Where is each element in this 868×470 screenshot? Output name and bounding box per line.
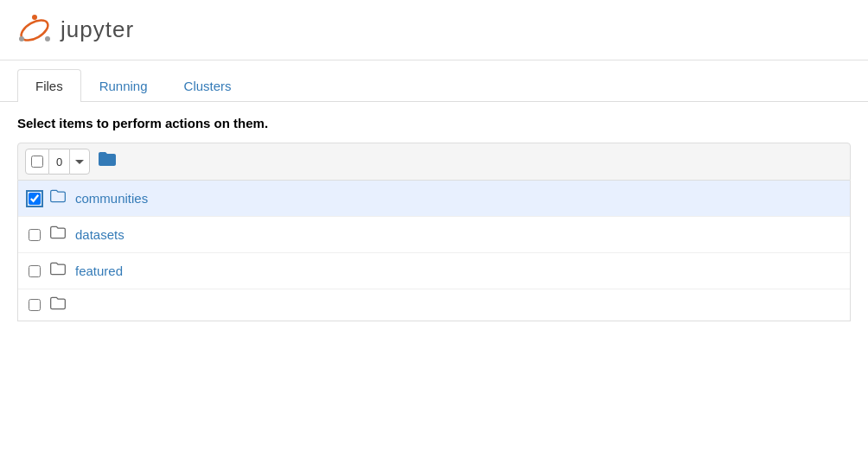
table-row: datasets [18,217,850,253]
selected-count-badge: 0 [49,149,69,175]
select-all-checkbox[interactable] [31,156,43,168]
table-row: communities [18,181,850,217]
table-row [18,289,850,321]
header: jupyter [0,0,868,60]
select-message: Select items to perform actions on them. [17,116,851,130]
folder-icon-featured [49,260,67,282]
tab-running[interactable]: Running [81,69,166,102]
folder-svg-datasets [49,224,67,241]
svg-point-1 [32,15,37,20]
file-link-communities[interactable]: communities [75,191,148,206]
tab-files[interactable]: Files [17,69,81,102]
selected-count: 0 [56,156,62,168]
jupyter-logo-icon [17,13,52,48]
file-link-featured[interactable]: featured [75,264,123,278]
svg-point-2 [19,36,24,41]
row-checkbox-datasets[interactable] [29,229,41,241]
files-toolbar: 0 [17,143,851,181]
folder-new-icon [97,149,118,169]
tabs: Files Running Clusters [17,69,851,101]
actions-dropdown-btn[interactable] [69,149,90,175]
folder-svg-partial [49,295,67,312]
row-checkbox-communities[interactable] [29,193,41,205]
folder-icon-partial [49,295,67,316]
select-all-checkbox-btn[interactable] [25,149,49,175]
logo-container: jupyter [17,13,134,48]
logo-text: jupyter [61,16,134,43]
new-folder-button[interactable] [97,149,118,175]
folder-svg-communities [49,187,67,205]
table-row: featured [18,253,850,289]
row-checkbox-partial[interactable] [29,299,41,311]
row-checkbox-featured[interactable] [29,265,41,277]
file-list: communities datasets featured [17,181,851,321]
tab-clusters[interactable]: Clusters [166,69,250,102]
folder-svg-featured [49,260,67,277]
tabs-container: Files Running Clusters [0,69,868,102]
folder-icon-datasets [49,224,67,245]
svg-point-3 [45,36,50,41]
file-link-datasets[interactable]: datasets [75,227,124,242]
folder-icon-communities [49,187,67,209]
dropdown-arrow-icon [75,160,84,164]
main-content: Select items to perform actions on them.… [0,102,868,321]
